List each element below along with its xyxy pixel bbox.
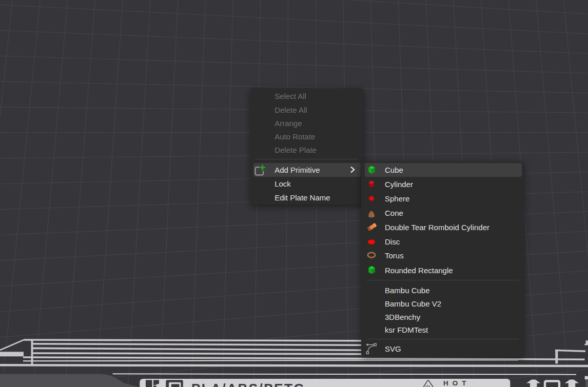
svg-text:PLA/ABS/PETG: PLA/ABS/PETG	[191, 381, 305, 387]
svg-text:HOT: HOT	[443, 379, 471, 387]
